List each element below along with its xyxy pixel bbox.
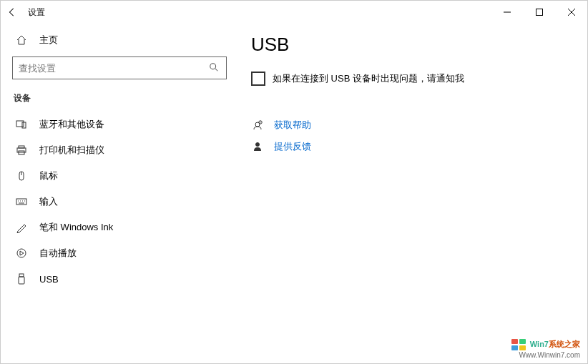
svg-point-19 — [17, 249, 26, 257]
close-button[interactable] — [555, 1, 587, 23]
watermark-url: Www.Winwin7.com — [511, 351, 580, 359]
feedback-icon — [251, 140, 264, 153]
search-input[interactable] — [19, 63, 209, 74]
minimize-icon — [504, 9, 511, 16]
watermark-text-b: 系统之家 — [549, 340, 580, 348]
window-title: 设置 — [28, 6, 45, 19]
svg-rect-1 — [536, 9, 542, 16]
content-area: 主页 设备 蓝牙和其他设备 打印机和扫描仪 — [1, 24, 587, 363]
windows-flag-icon — [511, 338, 526, 351]
sidebar-item-label: USB — [39, 274, 59, 285]
svg-rect-20 — [19, 274, 24, 277]
sidebar: 主页 设备 蓝牙和其他设备 打印机和扫描仪 — [1, 24, 230, 363]
sidebar-item-usb[interactable]: USB — [12, 266, 218, 292]
usb-icon — [15, 272, 28, 285]
titlebar-left: 设置 — [6, 6, 45, 19]
devices-icon — [15, 118, 28, 131]
home-label: 主页 — [39, 34, 58, 46]
sidebar-item-typing[interactable]: 输入 — [12, 189, 218, 215]
sidebar-item-label: 笔和 Windows Ink — [39, 221, 113, 234]
arrow-left-icon — [7, 7, 17, 17]
sidebar-item-pen[interactable]: 笔和 Windows Ink — [12, 215, 218, 240]
sidebar-item-label: 蓝牙和其他设备 — [39, 118, 104, 131]
page-title: USB — [251, 34, 566, 56]
sidebar-item-label: 输入 — [39, 195, 58, 208]
svg-rect-21 — [19, 277, 24, 284]
sidebar-item-label: 打印机和扫描仪 — [39, 144, 104, 157]
svg-text:?: ? — [260, 122, 261, 124]
notify-checkbox[interactable] — [251, 72, 265, 86]
search-icon — [209, 62, 220, 74]
svg-line-5 — [215, 69, 218, 72]
section-label: 设备 — [12, 92, 218, 104]
feedback-link[interactable]: 提供反馈 — [274, 140, 311, 153]
svg-rect-13 — [16, 199, 26, 205]
sidebar-item-label: 自动播放 — [39, 247, 77, 260]
mouse-icon — [15, 169, 28, 182]
svg-point-25 — [256, 143, 260, 147]
watermark-text-a: Win7 — [530, 340, 549, 348]
watermark: Win7系统之家 Www.Winwin7.com — [511, 338, 580, 359]
printer-icon — [15, 144, 28, 157]
back-button[interactable] — [6, 6, 18, 18]
svg-point-4 — [210, 64, 216, 69]
notify-checkbox-label: 如果在连接到 USB 设备时出现问题，请通知我 — [273, 72, 464, 85]
titlebar: 设置 — [1, 1, 587, 24]
keyboard-icon — [15, 195, 28, 208]
maximize-button[interactable] — [523, 1, 555, 23]
maximize-icon — [536, 9, 543, 16]
main-panel: USB 如果在连接到 USB 设备时出现问题，请通知我 ? 获取帮助 提供反馈 — [230, 24, 587, 363]
search-box[interactable] — [12, 56, 227, 79]
help-link[interactable]: 获取帮助 — [274, 119, 311, 132]
sidebar-item-bluetooth[interactable]: 蓝牙和其他设备 — [12, 112, 218, 137]
minimize-button[interactable] — [491, 1, 523, 23]
autoplay-icon — [15, 247, 28, 260]
sidebar-item-printers[interactable]: 打印机和扫描仪 — [12, 137, 218, 163]
pen-icon — [15, 221, 28, 234]
feedback-link-row: 提供反馈 — [251, 140, 566, 153]
home-link[interactable]: 主页 — [12, 29, 218, 51]
home-icon — [15, 34, 28, 46]
sidebar-item-mouse[interactable]: 鼠标 — [12, 163, 218, 189]
notify-checkbox-row: 如果在连接到 USB 设备时出现问题，请通知我 — [251, 72, 566, 86]
help-link-row: ? 获取帮助 — [251, 119, 566, 132]
window-controls — [491, 1, 587, 23]
help-icon: ? — [251, 119, 264, 132]
close-icon — [568, 9, 575, 16]
sidebar-item-label: 鼠标 — [39, 169, 58, 182]
sidebar-item-autoplay[interactable]: 自动播放 — [12, 240, 218, 266]
